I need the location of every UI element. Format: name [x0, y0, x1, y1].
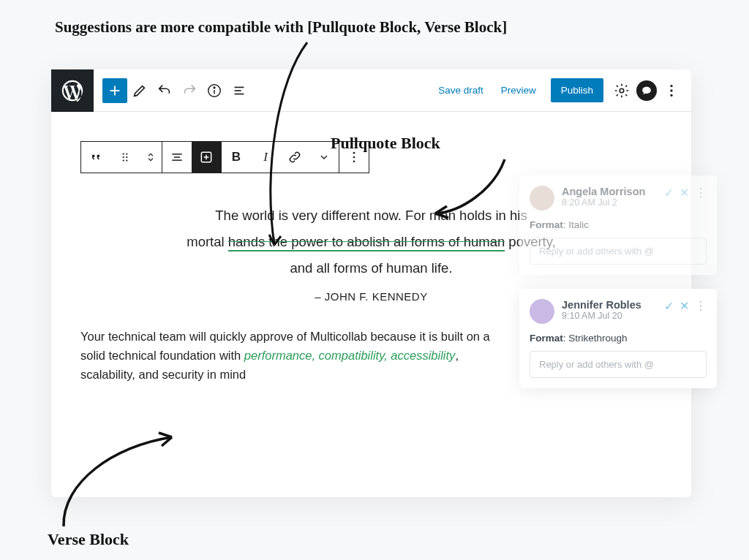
- resolve-icon[interactable]: ✓: [664, 186, 674, 200]
- avatar: [530, 299, 554, 324]
- svg-point-7: [670, 84, 672, 86]
- comment-timestamp: 8:20 AM Jul 2: [562, 197, 645, 208]
- comment-card[interactable]: Angela Morrison 8:20 AM Jul 2 ✓ ✕ ⋮ Form…: [519, 175, 717, 275]
- bold-button[interactable]: B: [222, 142, 251, 173]
- svg-point-6: [620, 88, 624, 93]
- redo-icon[interactable]: [177, 78, 202, 103]
- svg-point-12: [123, 156, 124, 158]
- comment-more-icon[interactable]: ⋮: [695, 186, 707, 200]
- add-block-button[interactable]: [102, 78, 127, 103]
- more-options-icon[interactable]: [659, 78, 684, 103]
- strikethrough-suggestion: hands the power to abolish all forms of …: [228, 234, 505, 251]
- save-draft-button[interactable]: Save draft: [429, 79, 492, 102]
- preview-button[interactable]: Preview: [492, 79, 545, 102]
- editor-topbar: Save draft Preview Publish: [51, 69, 691, 112]
- comment-body: Format: Italic: [530, 219, 707, 230]
- svg-point-11: [126, 153, 127, 154]
- comment-author: Angela Morrison: [562, 186, 645, 197]
- verse-block[interactable]: Your technical team will quickly approve…: [80, 328, 490, 384]
- annotation-pullquote: Pullquote Block: [331, 134, 440, 153]
- block-toolbar: B I: [80, 141, 369, 173]
- suggestion-mode-icon[interactable]: [192, 142, 221, 173]
- comment-author: Jennifer Robles: [562, 299, 641, 311]
- info-icon[interactable]: [202, 78, 227, 103]
- svg-point-9: [670, 94, 672, 96]
- reply-input[interactable]: Reply or add others with @: [530, 238, 707, 265]
- undo-icon[interactable]: [152, 78, 177, 103]
- comments-icon[interactable]: [634, 78, 659, 103]
- annotation-verse: Verse Block: [48, 530, 129, 549]
- avatar: [530, 186, 554, 211]
- drag-handle-icon[interactable]: [110, 142, 140, 173]
- svg-point-13: [126, 156, 127, 158]
- svg-point-2: [214, 86, 215, 88]
- align-icon[interactable]: [162, 142, 192, 173]
- move-arrows-icon[interactable]: [140, 142, 162, 173]
- svg-point-14: [123, 159, 124, 161]
- italic-button[interactable]: I: [251, 142, 280, 173]
- svg-point-10: [123, 153, 124, 154]
- delete-icon[interactable]: ✕: [680, 186, 689, 200]
- comment-more-icon[interactable]: ⋮: [695, 299, 707, 313]
- comment-body: Format: Strikethrough: [530, 333, 707, 344]
- edit-mode-icon[interactable]: [127, 78, 152, 103]
- svg-point-8: [670, 89, 672, 91]
- italic-suggestion: performance, compatibility, accessibilit…: [244, 349, 456, 362]
- wordpress-logo[interactable]: [51, 69, 94, 112]
- delete-icon[interactable]: ✕: [680, 299, 689, 313]
- svg-point-24: [353, 161, 355, 163]
- resolve-icon[interactable]: ✓: [664, 299, 674, 313]
- comment-timestamp: 9:10 AM Jul 20: [562, 311, 641, 321]
- annotation-top: Suggestions are more compatible with [Pu…: [55, 18, 507, 37]
- publish-button[interactable]: Publish: [551, 78, 603, 102]
- svg-point-15: [126, 159, 127, 161]
- reply-input[interactable]: Reply or add others with @: [530, 351, 707, 378]
- svg-point-23: [353, 156, 355, 159]
- settings-icon[interactable]: [609, 78, 634, 103]
- link-icon[interactable]: [280, 142, 309, 173]
- outline-icon[interactable]: [227, 78, 252, 103]
- block-type-pullquote-icon[interactable]: [81, 142, 110, 173]
- comment-card[interactable]: Jennifer Robles 9:10 AM Jul 20 ✓ ✕ ⋮ For…: [519, 289, 717, 388]
